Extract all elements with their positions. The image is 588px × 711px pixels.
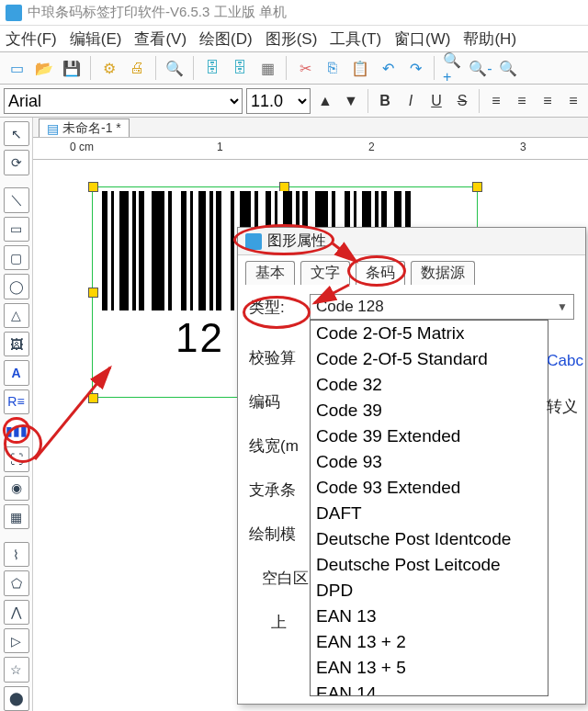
label-drawmode: 绘制模 [249,513,309,557]
menu-tool[interactable]: 工具(T) [330,28,381,50]
document-tab[interactable]: ▤ 未命名-1 * [39,118,130,137]
type-select[interactable]: Code 128 ▼ [310,294,574,320]
dropdown-item[interactable]: EAN 13 + 2 [311,629,548,655]
dropdown-item[interactable]: EAN 13 + 5 [311,655,548,681]
resize-handle[interactable] [88,288,98,298]
tab-basic[interactable]: 基本 [245,261,295,285]
dropdown-item[interactable]: Deutsche Post Identcode [311,526,548,552]
strike-icon[interactable]: S [451,90,473,112]
qrcode-tool-icon[interactable]: ⛶ [4,446,29,471]
window-title: 中琅条码标签打印软件-V6.5.3 工业版 单机 [28,4,287,21]
star-tool-icon[interactable]: ☆ [4,657,29,682]
image-tool-icon[interactable]: 🖼 [4,332,29,356]
title-bar: 中琅条码标签打印软件-V6.5.3 工业版 单机 [0,0,588,26]
label-checksum: 校验算 [249,336,309,380]
copy-icon[interactable]: ⎘ [322,57,344,79]
tab-datasource[interactable]: 数据源 [411,261,475,285]
new-icon[interactable]: ▭ [6,57,28,79]
callout-tool-icon[interactable]: ⬤ [4,686,29,711]
database2-icon[interactable]: 🗄 [229,57,251,79]
cut-icon[interactable]: ✂ [294,57,316,79]
dropdown-item[interactable]: Code 93 Extended [311,475,548,501]
ellipse-tool-icon[interactable]: ◯ [4,274,29,299]
barcode-tool-icon[interactable]: ▮▮▮ [4,418,29,443]
dropdown-item[interactable]: DAFT [311,501,548,526]
polyline-tool-icon[interactable]: ⋀ [4,600,29,625]
tab-text[interactable]: 文字 [300,261,350,285]
dropdown-item[interactable]: Code 32 [311,372,548,398]
circle2-tool-icon[interactable]: ◉ [4,476,29,501]
align-center-icon[interactable]: ≡ [511,90,533,112]
underline-icon[interactable]: U [425,90,447,112]
label-linewidth: 线宽(m [249,424,309,468]
font-family-select[interactable]: Arial [4,88,243,114]
label-blank: 空白区 [249,557,309,601]
dialog-titlebar[interactable]: 图形属性 [238,228,585,255]
menu-file[interactable]: 文件(F) [6,28,57,50]
zoom-in-icon[interactable]: 🔍+ [442,57,464,79]
paste-icon[interactable]: 📋 [349,57,371,79]
align-right-icon[interactable]: ≡ [537,90,559,112]
dialog-tabs: 基本 文字 条码 数据源 [238,255,585,285]
select-tool-icon[interactable]: ↖ [4,121,29,146]
label-encode: 编码 [249,380,309,424]
menu-edit[interactable]: 编辑(E) [70,28,122,50]
settings-icon[interactable]: ⚙ [98,57,120,79]
menu-help[interactable]: 帮助(H) [463,28,516,50]
dropdown-item[interactable]: EAN 14 [311,681,548,696]
dropdown-item[interactable]: Code 2-Of-5 Matrix [311,321,548,346]
triangle-tool-icon[interactable]: △ [4,303,29,328]
roundrect-tool-icon[interactable]: ▢ [4,245,29,270]
type-value: Code 128 [316,298,384,316]
zoom-out-icon[interactable]: 🔍- [469,57,492,79]
preview-icon[interactable]: 🔍 [164,57,186,79]
text-tool-icon[interactable]: A [4,360,29,385]
richtext-tool-icon[interactable]: R≡ [4,389,29,414]
font-size-up-icon[interactable]: ▲ [314,90,336,112]
rotate-tool-icon[interactable]: ⟳ [4,150,29,175]
zoom-fit-icon[interactable]: 🔍 [497,57,519,79]
dropdown-item[interactable]: Deutsche Post Leitcode [311,552,548,578]
redo-icon[interactable]: ↷ [404,57,426,79]
dropdown-item[interactable]: DPD [311,578,548,604]
italic-icon[interactable]: I [400,90,422,112]
dropdown-item[interactable]: Code 2-Of-5 Standard [311,346,548,372]
tool-dock: ↖ ⟳ ＼ ▭ ▢ ◯ △ 🖼 A R≡ ▮▮▮ ⛶ ◉ ▦ ⌇ ⬠ ⋀ ▷ ☆… [0,118,33,711]
font-size-down-icon[interactable]: ▼ [340,90,362,112]
undo-icon[interactable]: ↶ [377,57,399,79]
dropdown-item[interactable]: Code 93 [311,449,548,475]
resize-handle[interactable] [88,393,98,403]
open-icon[interactable]: 📂 [33,57,55,79]
poly-tool-icon[interactable]: ⬠ [4,570,29,595]
grid-icon[interactable]: ▦ [256,57,278,79]
bold-icon[interactable]: B [374,90,396,112]
save-icon[interactable]: 💾 [61,57,83,79]
tab-barcode[interactable]: 条码 [356,261,405,285]
side-zy: 转义 [547,396,583,417]
font-size-select[interactable]: 11.0 [246,88,311,114]
dropdown-item[interactable]: Code 39 Extended [311,423,548,449]
menu-view[interactable]: 查看(V) [134,28,187,50]
label-up: 上 [249,601,309,645]
menu-window[interactable]: 窗口(W) [394,28,450,50]
path-tool-icon[interactable]: ⌇ [4,542,29,567]
align-justify-icon[interactable]: ≡ [562,90,584,112]
dropdown-item[interactable]: EAN 13 [311,604,548,629]
properties-dialog[interactable]: 图形属性 基本 文字 条码 数据源 类型: Code 128 ▼ 校验算 编码 … [237,227,586,705]
resize-handle[interactable] [88,182,98,192]
type-dropdown[interactable]: Code 2-Of-5 MatrixCode 2-Of-5 StandardCo… [310,320,548,696]
database-icon[interactable]: 🗄 [201,57,223,79]
triangle2-tool-icon[interactable]: ▷ [4,628,29,653]
ruler-mark: 0 cm [70,141,94,153]
menu-shape[interactable]: 图形(S) [266,28,318,50]
rect-tool-icon[interactable]: ▭ [4,217,29,242]
table-tool-icon[interactable]: ▦ [4,504,29,529]
dropdown-item[interactable]: Code 39 [311,398,548,423]
align-left-icon[interactable]: ≡ [485,90,507,112]
doc-icon: ▤ [47,121,59,136]
line-tool-icon[interactable]: ＼ [4,187,29,212]
format-toolbar: Arial 11.0 ▲ ▼ B I U S ≡ ≡ ≡ ≡ [0,85,588,118]
menu-draw[interactable]: 绘图(D) [199,28,253,50]
print-icon[interactable]: 🖨 [126,57,148,79]
ruler-mark: 3 [520,141,526,153]
